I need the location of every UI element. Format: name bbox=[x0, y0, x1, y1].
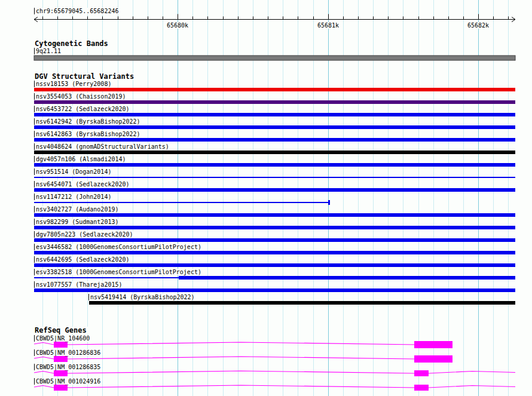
gene-label[interactable]: CBWD5|NM_001024916 bbox=[34, 378, 101, 385]
cytoband-bar[interactable] bbox=[34, 56, 515, 60]
variant-bar[interactable] bbox=[34, 163, 515, 167]
variant-label[interactable]: nsv6454071 (Sedlazeck2020) bbox=[34, 181, 130, 188]
gene-exon-box[interactable] bbox=[414, 341, 452, 348]
gene-intron-line[interactable] bbox=[68, 385, 414, 388]
variant-label[interactable]: nsv1077557 (Thareja2015) bbox=[34, 281, 123, 288]
variant-label[interactable]: nsv951514 (Dogan2014) bbox=[34, 168, 112, 175]
variant-bar[interactable] bbox=[34, 88, 515, 91]
variant-label[interactable]: nsv6453722 (Sedlazeck2020) bbox=[34, 106, 130, 112]
gene-intron-line[interactable] bbox=[68, 357, 414, 359]
gene-label[interactable]: CBWD5|NM_001286836 bbox=[34, 349, 101, 356]
gene-intron-line[interactable] bbox=[429, 386, 515, 388]
variant-label[interactable]: nsv6142942 (ByrskaBishop2022) bbox=[34, 118, 141, 125]
variant-bar[interactable] bbox=[34, 202, 329, 203]
gene-intron-line[interactable] bbox=[68, 342, 414, 345]
variant-label[interactable]: nsv5419414 (ByrskaBishop2022) bbox=[88, 294, 195, 300]
variant-label[interactable]: nsv3554053 (Chaisson2019) bbox=[34, 93, 127, 100]
variant-bar[interactable] bbox=[34, 151, 515, 154]
variant-label[interactable]: nsv6142863 (ByrskaBishop2022) bbox=[34, 131, 141, 137]
cytoband-track-title: Cytogenetic Bands bbox=[35, 40, 109, 47]
variant-label[interactable]: esv3446582 (1000GenomesConsortiumPilotPr… bbox=[34, 244, 202, 250]
ruler-tick-label: 65682k bbox=[467, 22, 489, 29]
variant-end-tick[interactable] bbox=[328, 200, 330, 205]
variant-label[interactable]: nsv1147212 (John2014) bbox=[34, 194, 112, 200]
refseq-track-title: RefSeq Genes bbox=[35, 327, 88, 334]
variant-label[interactable]: nsv6442695 (Sedlazeck2020) bbox=[34, 256, 130, 263]
gene-exon-box[interactable] bbox=[54, 356, 68, 362]
gene-exon-box[interactable] bbox=[414, 370, 429, 376]
gene-intron-line[interactable] bbox=[68, 371, 414, 373]
ruler-tick-label: 65680k bbox=[167, 22, 188, 29]
gene-intron-line[interactable] bbox=[429, 372, 515, 374]
variant-bar[interactable] bbox=[179, 276, 515, 280]
variant-bar[interactable] bbox=[34, 226, 515, 229]
gene-exon-box[interactable] bbox=[54, 370, 68, 376]
gene-intron-line[interactable] bbox=[34, 386, 54, 388]
cytoband-label[interactable]: 9q21.11 bbox=[34, 48, 62, 54]
variant-label[interactable]: nsv4048624 (gnomADStructuralVariants) bbox=[34, 143, 170, 150]
dgv-track-title: DGV Structural Variants bbox=[35, 73, 135, 80]
gene-exon-box[interactable] bbox=[54, 342, 68, 348]
gene-intron-line[interactable] bbox=[34, 343, 54, 345]
variant-label[interactable]: dgv7805n223 (Sedlazeck2020) bbox=[34, 231, 134, 238]
variant-bar[interactable] bbox=[34, 251, 515, 254]
variant-bar[interactable] bbox=[89, 301, 515, 305]
variant-label[interactable]: dgv4057n106 (Alsmadi2014) bbox=[34, 156, 127, 162]
variant-bar[interactable] bbox=[34, 238, 515, 242]
variant-bar[interactable] bbox=[34, 125, 515, 129]
gene-intron-line[interactable] bbox=[34, 372, 54, 374]
variant-label[interactable]: nsv3402727 (Audano2019) bbox=[34, 206, 119, 213]
variant-bar[interactable] bbox=[34, 263, 515, 267]
variant-bar[interactable] bbox=[34, 138, 515, 142]
variant-label[interactable]: nsv982299 (Sudmant2013) bbox=[34, 219, 119, 225]
gene-label[interactable]: CBWD5|NM_001286835 bbox=[34, 364, 101, 370]
region-label: chr9:65679045..65682246 bbox=[34, 8, 119, 14]
variant-label[interactable]: nssv18153 (Perry2008) bbox=[34, 81, 112, 87]
gene-label[interactable]: CBWD5|NR_104600 bbox=[34, 335, 90, 342]
genome-browser: chr9:65679045..65682246 Cytogenetic Band… bbox=[0, 0, 532, 396]
gene-exon-box[interactable] bbox=[414, 355, 452, 363]
gene-exon-box[interactable] bbox=[414, 385, 429, 391]
variant-bar[interactable] bbox=[34, 188, 515, 192]
variant-bar[interactable] bbox=[34, 100, 515, 104]
variant-bar[interactable] bbox=[34, 277, 179, 278]
variant-bar[interactable] bbox=[34, 113, 515, 116]
gene-intron-line[interactable] bbox=[34, 357, 54, 360]
gene-exon-box[interactable] bbox=[54, 385, 68, 391]
variant-bar[interactable] bbox=[34, 213, 515, 217]
ruler-tick-label: 65681k bbox=[317, 22, 339, 29]
variant-bar[interactable] bbox=[34, 177, 515, 178]
variant-label[interactable]: esv3382518 (1000GenomesConsortiumPilotPr… bbox=[34, 269, 202, 275]
variant-bar[interactable] bbox=[34, 288, 515, 292]
